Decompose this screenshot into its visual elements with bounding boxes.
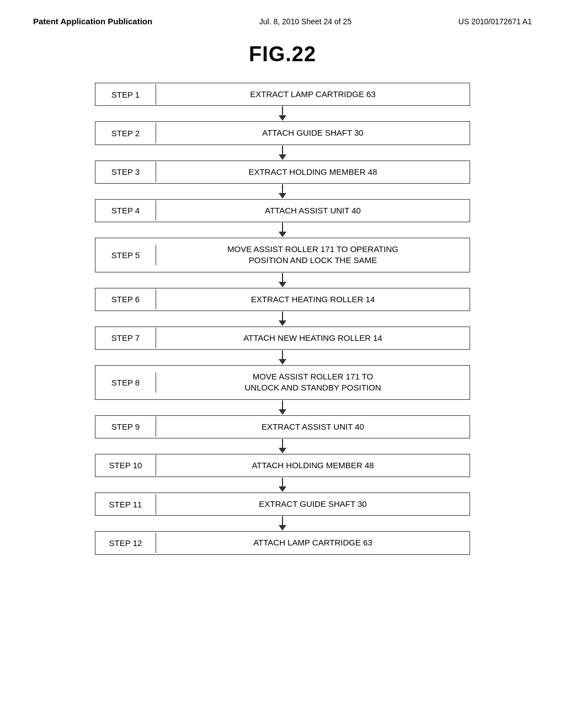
arrow-head <box>279 409 286 415</box>
step-label: STEP 8 <box>95 372 156 393</box>
arrow-line <box>279 146 286 160</box>
arrow-connector <box>95 184 470 199</box>
figure-title: FIG.22 <box>33 42 532 66</box>
header: Patent Application Publication Jul. 8, 2… <box>33 17 532 26</box>
arrow-stem <box>282 516 283 525</box>
step-content: ATTACH HOLDING MEMBER 48 <box>156 454 470 477</box>
step-content: EXTRACT HEATING ROLLER 14 <box>156 288 470 311</box>
step-label: STEP 3 <box>95 162 156 182</box>
step-content: ATTACH ASSIST UNIT 40 <box>156 200 470 222</box>
arrow-head <box>279 320 286 326</box>
arrow-line <box>279 106 286 121</box>
arrow-stem <box>282 400 283 409</box>
arrow-connector <box>95 516 470 531</box>
step-label: STEP 6 <box>95 289 156 309</box>
step-label: STEP 12 <box>95 533 156 553</box>
arrow-stem <box>282 223 283 232</box>
step-row: STEP 12ATTACH LAMP CARTRIDGE 63 <box>95 531 470 554</box>
arrow-head <box>279 359 286 365</box>
arrow-line <box>279 350 286 365</box>
step-label: STEP 9 <box>95 416 156 437</box>
arrow-stem <box>282 312 283 320</box>
step-row: STEP 7ATTACH NEW HEATING ROLLER 14 <box>95 326 470 350</box>
step-content: MOVE ASSIST ROLLER 171 TO UNLOCK AND STA… <box>156 366 470 399</box>
step-row: STEP 6EXTRACT HEATING ROLLER 14 <box>95 288 470 311</box>
step-row: STEP 5MOVE ASSIST ROLLER 171 TO OPERATIN… <box>95 238 470 272</box>
step-row: STEP 4ATTACH ASSIST UNIT 40 <box>95 199 470 222</box>
arrow-stem <box>282 106 283 115</box>
step-content: EXTRACT GUIDE SHAFT 30 <box>156 493 470 515</box>
arrow-line <box>279 184 286 199</box>
step-row: STEP 8MOVE ASSIST ROLLER 171 TO UNLOCK A… <box>95 365 470 400</box>
arrow-stem <box>282 273 283 282</box>
step-content: EXTRACT LAMP CARTRIDGE 63 <box>156 83 470 105</box>
step-label: STEP 5 <box>95 245 156 265</box>
step-content: EXTRACT ASSIST UNIT 40 <box>156 416 470 438</box>
arrow-connector <box>95 106 470 121</box>
step-content: ATTACH GUIDE SHAFT 30 <box>156 122 470 144</box>
arrow-line <box>279 478 286 492</box>
arrow-line <box>279 223 286 237</box>
step-row: STEP 2ATTACH GUIDE SHAFT 30 <box>95 121 470 144</box>
step-content: ATTACH LAMP CARTRIDGE 63 <box>156 532 470 554</box>
header-patent-number: US 2010/0172671 A1 <box>459 17 532 26</box>
arrow-head <box>279 486 286 492</box>
arrow-line <box>279 516 286 531</box>
arrow-connector <box>95 311 470 326</box>
step-content: MOVE ASSIST ROLLER 171 TO OPERATING POSI… <box>156 238 470 272</box>
arrow-connector <box>95 350 470 365</box>
arrow-stem <box>282 146 283 154</box>
page: Patent Application Publication Jul. 8, 2… <box>0 0 565 728</box>
step-label: STEP 1 <box>95 84 156 105</box>
header-publication: Patent Application Publication <box>33 17 152 26</box>
step-content: ATTACH NEW HEATING ROLLER 14 <box>156 327 470 349</box>
arrow-stem <box>282 184 283 193</box>
flowchart: STEP 1EXTRACT LAMP CARTRIDGE 63STEP 2ATT… <box>33 83 532 555</box>
step-row: STEP 1EXTRACT LAMP CARTRIDGE 63 <box>95 83 470 106</box>
step-label: STEP 11 <box>95 494 156 515</box>
arrow-line <box>279 273 286 287</box>
step-row: STEP 9EXTRACT ASSIST UNIT 40 <box>95 415 470 438</box>
arrow-line <box>279 400 286 415</box>
step-label: STEP 7 <box>95 328 156 348</box>
arrow-connector <box>95 400 470 415</box>
arrow-stem <box>282 350 283 359</box>
step-content: EXTRACT HOLDING MEMBER 48 <box>156 161 470 183</box>
arrow-connector <box>95 272 470 288</box>
step-row: STEP 10ATTACH HOLDING MEMBER 48 <box>95 454 470 477</box>
step-label: STEP 10 <box>95 455 156 475</box>
arrow-stem <box>282 439 283 448</box>
arrow-head <box>279 525 286 531</box>
arrow-head <box>279 115 286 121</box>
step-label: STEP 4 <box>95 200 156 221</box>
arrow-head <box>279 193 286 199</box>
arrow-line <box>279 439 286 453</box>
arrow-head <box>279 448 286 453</box>
arrow-connector <box>95 477 470 493</box>
arrow-head <box>279 154 286 160</box>
arrow-connector <box>95 222 470 238</box>
step-label: STEP 2 <box>95 123 156 143</box>
step-row: STEP 3EXTRACT HOLDING MEMBER 48 <box>95 160 470 184</box>
arrow-head <box>279 232 286 237</box>
header-date-sheet: Jul. 8, 2010 Sheet 24 of 25 <box>259 17 351 26</box>
arrow-line <box>279 312 286 326</box>
arrow-stem <box>282 478 283 486</box>
arrow-head <box>279 282 286 287</box>
arrow-connector <box>95 438 470 454</box>
step-row: STEP 11EXTRACT GUIDE SHAFT 30 <box>95 493 470 516</box>
arrow-connector <box>95 145 470 160</box>
